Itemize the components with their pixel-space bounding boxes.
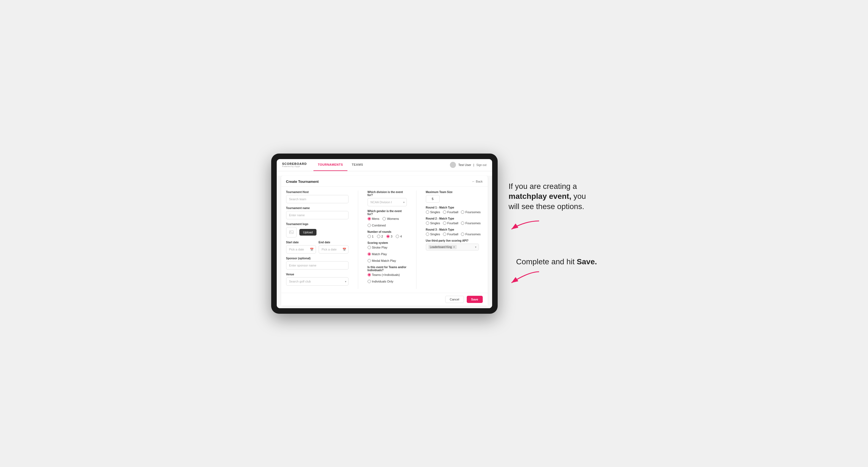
round2-singles-radio[interactable] (426, 221, 429, 225)
gender-womens-radio[interactable] (382, 217, 386, 220)
scoring-medal-label: Medal Match Play (372, 259, 396, 262)
scoring-stroke-option[interactable]: Stroke Play (368, 246, 388, 249)
sign-out-link[interactable]: Sign out (476, 163, 487, 166)
main-content: Create Tournament ← Back Tournament Host (277, 176, 492, 308)
max-team-size-input[interactable] (426, 195, 440, 203)
save-button[interactable]: Save (467, 296, 483, 303)
annotation-top-text: If you are creating a matchplay event, y… (509, 182, 586, 211)
scoring-match-label: Match Play (372, 252, 387, 256)
rounds-3-radio[interactable] (386, 235, 390, 238)
rounds-3-option[interactable]: 3 (386, 235, 393, 238)
tournament-host-input[interactable] (286, 195, 348, 203)
round2-options: Singles Fourball Foursomes (426, 221, 479, 225)
nav-tabs: TOURNAMENTS TEAMS (313, 159, 450, 171)
event-individuals-label: Individuals Only (372, 280, 394, 283)
event-teams-option[interactable]: Teams (+Individuals) (368, 273, 400, 276)
tournament-name-input[interactable] (286, 211, 348, 219)
event-teams-label: Teams (+Individuals) (372, 273, 400, 276)
rounds-2-option[interactable]: 2 (377, 235, 383, 238)
form-title: Create Tournament (286, 180, 319, 184)
round3-fourball[interactable]: Fourball (443, 232, 459, 236)
scoring-match-option[interactable]: Match Play (368, 252, 387, 256)
round1-label: Round 1 - Match Type (426, 206, 479, 209)
api-select-wrapper[interactable]: Leaderboard King ✕ ▾ (426, 244, 479, 250)
upload-button[interactable]: Upload (299, 229, 317, 236)
scoring-radio-group: Stroke Play Match Play Medal Match Play (368, 246, 407, 262)
svg-rect-0 (289, 230, 293, 234)
rounds-1-option[interactable]: 1 (368, 235, 374, 238)
rounds-2-radio[interactable] (377, 235, 380, 238)
annotation-matchplay-bold: matchplay event, (509, 192, 571, 200)
scoring-medal-radio[interactable] (368, 259, 371, 262)
tab-teams[interactable]: TEAMS (347, 159, 368, 171)
round3-label: Round 3 - Match Type (426, 228, 479, 231)
tab-tournaments[interactable]: TOURNAMENTS (313, 159, 347, 171)
scoring-stroke-radio[interactable] (368, 246, 371, 249)
rounds-1-radio[interactable] (368, 235, 371, 238)
round3-fourball-radio[interactable] (443, 232, 446, 236)
round1-fourball-radio[interactable] (443, 211, 446, 214)
venue-field: Venue Search golf club ▾ (286, 273, 348, 286)
cancel-button[interactable]: Cancel (445, 296, 464, 303)
event-individuals-radio[interactable] (368, 280, 371, 283)
form-container: Create Tournament ← Back Tournament Host (281, 176, 488, 306)
round1-foursomes[interactable]: Foursomes (461, 211, 480, 214)
round1-match-type: Round 1 - Match Type Singles Fourball (426, 206, 479, 214)
round1-foursomes-label: Foursomes (465, 211, 480, 214)
rounds-1-label: 1 (372, 235, 374, 238)
gender-mens-radio[interactable] (368, 217, 371, 220)
round2-label: Round 2 - Match Type (426, 217, 479, 220)
gender-combined-radio[interactable] (368, 224, 371, 227)
round2-singles[interactable]: Singles (426, 221, 440, 225)
api-tag-text: Leaderboard King (430, 246, 452, 249)
round2-foursomes-radio[interactable] (461, 221, 464, 225)
division-select[interactable]: NCAA Division I (368, 198, 407, 206)
end-date-input[interactable] (319, 245, 348, 253)
rounds-label: Number of rounds (368, 230, 407, 234)
round1-singles-radio[interactable] (426, 211, 429, 214)
round1-foursomes-radio[interactable] (461, 211, 464, 214)
arrow-svg-bottom (509, 269, 542, 286)
round3-foursomes-radio[interactable] (461, 232, 464, 236)
gender-combined-option[interactable]: Combined (368, 224, 386, 227)
gender-radio-group: Mens Womens Combined (368, 217, 407, 227)
sponsor-input[interactable] (286, 261, 348, 270)
gender-mens-option[interactable]: Mens (368, 217, 379, 220)
round2-foursomes[interactable]: Foursomes (461, 221, 480, 225)
separator: | (473, 163, 474, 166)
venue-label: Venue (286, 273, 348, 276)
rounds-field: Number of rounds 1 2 (368, 230, 407, 238)
start-date-field: Start date 📅 (286, 241, 316, 253)
round3-singles-radio[interactable] (426, 232, 429, 236)
event-individuals-option[interactable]: Individuals Only (368, 280, 394, 283)
annotation-bottom: Complete and hit Save. (509, 257, 597, 267)
round2-fourball[interactable]: Fourball (443, 221, 459, 225)
api-remove-icon[interactable]: ✕ (453, 246, 455, 249)
rounds-4-radio[interactable] (396, 235, 399, 238)
round1-singles-label: Singles (430, 211, 440, 214)
start-date-input[interactable] (286, 245, 316, 253)
form-body: Tournament Host Tournament name Tourname… (281, 187, 488, 293)
tablet-device: SCOREBOARD Powered by clippit TOURNAMENT… (271, 154, 498, 314)
gender-womens-option[interactable]: Womens (382, 217, 399, 220)
venue-select[interactable]: Search golf club (286, 277, 348, 286)
back-button[interactable]: ← Back (472, 180, 483, 183)
rounds-4-option[interactable]: 4 (396, 235, 402, 238)
round1-options: Singles Fourball Foursomes (426, 211, 479, 214)
max-team-size-field: Maximum Team Size (426, 191, 479, 203)
tournament-host-field: Tournament Host (286, 191, 348, 203)
event-teams-radio[interactable] (368, 273, 371, 276)
round1-fourball-label: Fourball (447, 211, 459, 214)
round1-singles[interactable]: Singles (426, 211, 440, 214)
tournament-host-label: Tournament Host (286, 191, 348, 194)
scoring-match-radio[interactable] (368, 252, 371, 256)
round3-fourball-label: Fourball (447, 232, 459, 236)
round1-fourball[interactable]: Fourball (443, 211, 459, 214)
round3-singles[interactable]: Singles (426, 232, 440, 236)
arrow-svg-top (509, 218, 542, 235)
round2-fourball-radio[interactable] (443, 221, 446, 225)
api-field: Use third-party live scoring API? Leader… (426, 239, 479, 250)
scoring-medal-option[interactable]: Medal Match Play (368, 259, 396, 262)
round3-foursomes[interactable]: Foursomes (461, 232, 480, 236)
venue-select-wrapper: Search golf club ▾ (286, 277, 348, 286)
